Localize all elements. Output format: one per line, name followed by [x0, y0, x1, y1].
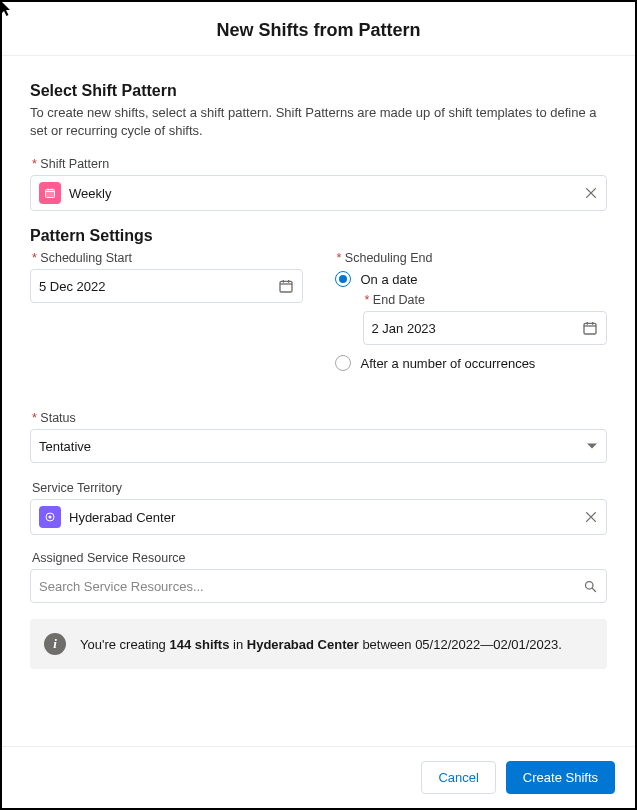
service-territory-value: Hyderabad Center	[69, 510, 584, 525]
assigned-resource-placeholder: Search Service Resources...	[39, 579, 583, 594]
scheduling-start-value: 5 Dec 2022	[39, 279, 278, 294]
scheduling-start-label: Scheduling Start	[32, 251, 303, 265]
clear-shift-pattern-icon[interactable]	[584, 186, 598, 200]
svg-rect-0	[46, 190, 55, 198]
cancel-button[interactable]: Cancel	[421, 761, 495, 794]
modal-footer: Cancel Create Shifts	[2, 746, 635, 808]
radio-after-occurrences[interactable]: After a number of occurrences	[335, 355, 608, 371]
end-date-label: End Date	[365, 293, 608, 307]
info-text: You're creating 144 shifts in Hyderabad …	[80, 637, 562, 652]
territory-icon	[39, 506, 61, 528]
radio-on-a-date[interactable]: On a date	[335, 271, 608, 287]
calendar-picker-icon[interactable]	[582, 320, 598, 336]
svg-point-5	[586, 581, 594, 589]
shift-pattern-value: Weekly	[69, 186, 584, 201]
create-shifts-button[interactable]: Create Shifts	[506, 761, 615, 794]
end-date-value: 2 Jan 2023	[372, 321, 583, 336]
scheduling-start-input[interactable]: 5 Dec 2022	[30, 269, 303, 303]
radio-on-a-date-icon	[335, 271, 351, 287]
end-date-input[interactable]: 2 Jan 2023	[363, 311, 608, 345]
shift-pattern-input[interactable]: Weekly	[30, 175, 607, 211]
info-icon: i	[44, 633, 66, 655]
service-territory-label: Service Territory	[32, 481, 607, 495]
shift-pattern-field: Shift Pattern Weekly	[30, 157, 607, 211]
radio-after-occurrences-label: After a number of occurrences	[361, 356, 536, 371]
clear-territory-icon[interactable]	[584, 510, 598, 524]
modal-title: New Shifts from Pattern	[2, 2, 635, 56]
assigned-resource-label: Assigned Service Resource	[32, 551, 607, 565]
section-select-pattern-title: Select Shift Pattern	[30, 82, 607, 100]
scheduling-end-label: Scheduling End	[337, 251, 608, 265]
radio-after-occurrences-icon	[335, 355, 351, 371]
assigned-resource-search[interactable]: Search Service Resources...	[30, 569, 607, 603]
modal-body: Select Shift Pattern To create new shift…	[2, 56, 635, 746]
radio-on-a-date-label: On a date	[361, 272, 418, 287]
calendar-picker-icon[interactable]	[278, 278, 294, 294]
shift-pattern-label: Shift Pattern	[32, 157, 607, 171]
chevron-down-icon	[586, 440, 598, 452]
status-value: Tentative	[39, 439, 586, 454]
section-pattern-settings-title: Pattern Settings	[30, 227, 607, 245]
svg-point-4	[49, 516, 52, 519]
search-icon	[583, 579, 598, 594]
status-label: Status	[32, 411, 607, 425]
svg-rect-1	[280, 281, 292, 292]
svg-rect-2	[584, 323, 596, 334]
calendar-icon	[39, 182, 61, 204]
section-select-pattern-helper: To create new shifts, select a shift pat…	[30, 104, 607, 139]
service-territory-input[interactable]: Hyderabad Center	[30, 499, 607, 535]
status-select[interactable]: Tentative	[30, 429, 607, 463]
info-banner: i You're creating 144 shifts in Hyderaba…	[30, 619, 607, 669]
